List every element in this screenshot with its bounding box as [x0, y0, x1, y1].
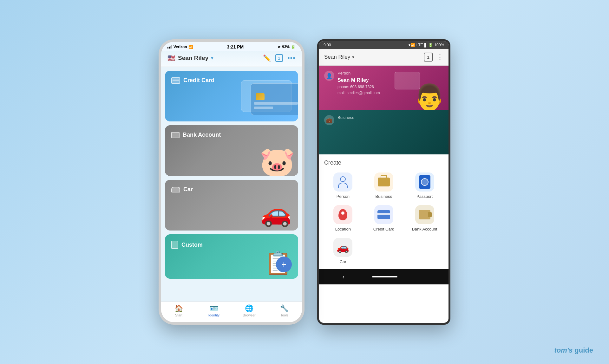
location-icon-bg [333, 205, 352, 224]
battery-pct: 93% [282, 45, 290, 49]
android-dropdown-icon[interactable]: ▾ [352, 55, 354, 60]
location-pin-icon [338, 209, 347, 220]
person-label: Person [337, 194, 350, 199]
nav-identity[interactable]: 🪪 Identity [196, 304, 232, 317]
create-location-item[interactable]: Location [324, 205, 362, 231]
person-card-phone: phone: 608-698-7326 [337, 84, 380, 90]
cc-stripe2 [254, 107, 273, 109]
badge-box[interactable]: 1 [275, 54, 283, 62]
credit-card-item[interactable]: Credit Card [165, 71, 298, 121]
android-header-title[interactable]: Sean Riley ▾ [324, 54, 354, 60]
create-person-item[interactable]: Person [324, 172, 362, 199]
android-header: Sean Riley ▾ 1 ⋮ [319, 49, 449, 66]
android-bottom-nav: ‹ [319, 269, 449, 284]
car-visual: 🚗 [260, 200, 292, 226]
location-label: Location [335, 227, 351, 231]
create-grid: Person Business Passport [324, 172, 443, 264]
custom-item[interactable]: Custom 📋 + [165, 234, 298, 279]
add-custom-button[interactable]: + [276, 257, 292, 272]
create-section: Create Person Business [319, 154, 449, 269]
carrier-label: Verizon [174, 45, 187, 49]
credit-label: Credit Card [373, 227, 394, 231]
edit-icon[interactable]: ✏️ [263, 54, 271, 62]
nav-tools-label: Tools [280, 313, 289, 317]
android-header-actions: 1 ⋮ [424, 53, 443, 62]
credit-card-label: Credit Card [171, 77, 214, 84]
location-icon: ➤ [278, 45, 281, 49]
android-more-icon[interactable]: ⋮ [436, 53, 443, 61]
business-card-type: Business [337, 115, 354, 120]
create-business-item[interactable]: Business [365, 172, 403, 199]
home-icon: 🏠 [174, 304, 183, 313]
ios-header-actions: ✏️ 1 ••• [263, 54, 296, 62]
watermark: tom's guide [554, 346, 593, 354]
bank-icon-bg [415, 205, 434, 224]
identity-icon: 🪪 [210, 304, 218, 313]
briefcase-icon [378, 178, 390, 186]
person-icon [338, 176, 348, 188]
tools-icon: 🔧 [280, 304, 289, 313]
business-card-info: Business [337, 115, 354, 122]
credit-icon-bg [374, 205, 393, 224]
create-passport-item[interactable]: Passport [406, 172, 443, 199]
nav-browser[interactable]: 🌐 Browser [232, 304, 267, 317]
person-profile-card[interactable]: 👤 Person Sean M Riley phone: 608-698-732… [319, 66, 449, 110]
bank-account-item[interactable]: Bank Account 🐷 [165, 125, 298, 176]
signal-bars [167, 45, 172, 49]
ios-header: 🇺🇸 Sean Riley ▾ ✏️ 1 ••• [161, 51, 302, 67]
android-phone: 9:00 ▾📶 LTE ▌ 🔋 100% Sean Riley ▾ 1 ⋮ 👤 … [317, 39, 450, 325]
nav-start[interactable]: 🏠 Start [161, 304, 196, 317]
ios-bottom-nav: 🏠 Start 🪪 Identity 🌐 Browser 🔧 Tools [161, 302, 302, 322]
passport-label: Passport [416, 194, 433, 199]
nav-tools[interactable]: 🔧 Tools [267, 304, 302, 317]
car-item[interactable]: Car 🚗 [165, 180, 298, 231]
dropdown-chevron: ▾ [211, 55, 213, 61]
android-signal: LTE [416, 43, 423, 47]
passport-icon [419, 175, 430, 189]
ios-user-name: Sean Riley [178, 55, 208, 62]
bank-icon [171, 132, 180, 138]
bank-account-label: Bank Account [171, 132, 221, 138]
business-label: Business [376, 194, 392, 199]
person-avatar: 👨 [414, 85, 445, 110]
person-card-email: mail: smriles@gmail.com [337, 90, 380, 96]
ios-status-bar: Verizon 📶 3:21 PM ➤ 93% 🔋 [161, 42, 302, 51]
business-profile-card[interactable]: 💼 Business [319, 110, 449, 154]
create-credit-item[interactable]: Credit Card [365, 205, 403, 231]
cc-stripe [254, 102, 298, 105]
person-card-icon: 👤 [324, 71, 334, 81]
cc-front [251, 83, 298, 115]
create-car-item[interactable]: 🚗 Car [324, 238, 362, 264]
ios-content: Credit Card Bank Account 🐷 [161, 67, 302, 302]
cc-chip [256, 93, 265, 100]
nav-identity-label: Identity [208, 313, 219, 317]
battery-icon: 🔋 [291, 45, 296, 49]
globe-icon [421, 178, 429, 186]
ios-status-left: Verizon 📶 [167, 45, 193, 49]
car-nav-icon [171, 187, 180, 192]
watermark-text: tom's guide [554, 346, 593, 354]
bank-label: Bank Account [412, 227, 437, 231]
nav-browser-label: Browser [243, 313, 255, 317]
person-card-type: Person [337, 71, 380, 75]
piggy-bank-visual: 🐷 [259, 147, 295, 176]
ios-time: 3:21 PM [227, 44, 244, 49]
car-emoji-icon: 🚗 [337, 241, 349, 253]
ios-phone: Verizon 📶 3:21 PM ➤ 93% 🔋 🇺🇸 Sean Riley … [159, 39, 304, 325]
android-badge[interactable]: 1 [424, 53, 433, 62]
business-icon-bg [374, 172, 393, 192]
create-bank-item[interactable]: Bank Account [406, 205, 443, 231]
ios-header-title[interactable]: 🇺🇸 Sean Riley ▾ [167, 54, 213, 62]
person-card-name: Sean M Riley [337, 77, 380, 83]
create-title: Create [324, 159, 443, 166]
credit-card-visual [238, 77, 298, 118]
person-icon-bg [333, 172, 352, 192]
person-card-info: Person Sean M Riley phone: 608-698-7326 … [337, 71, 380, 96]
person-body [338, 183, 348, 188]
nav-start-label: Start [175, 313, 182, 317]
android-home-pill[interactable] [372, 276, 397, 277]
flag-icon: 🇺🇸 [167, 54, 175, 62]
person-head [340, 176, 346, 182]
android-back-button[interactable]: ‹ [336, 272, 351, 282]
more-options-icon[interactable]: ••• [287, 54, 296, 62]
